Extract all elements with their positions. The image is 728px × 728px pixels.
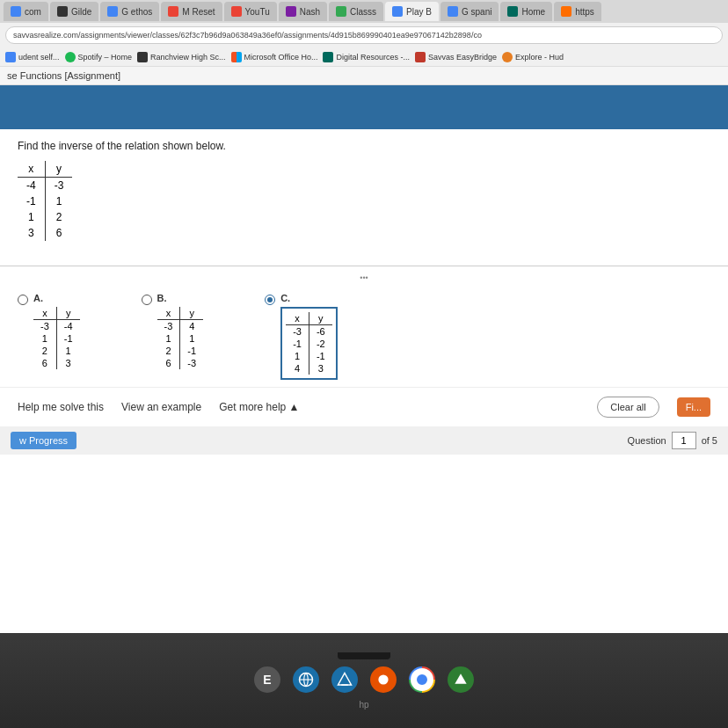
opt-a-row-2: 1 -1 [33,332,80,345]
bookmark-student-self[interactable]: udent self... [5,52,60,62]
original-table-cell-y3: 2 [45,209,72,225]
tab-nash[interactable]: Nash [279,2,327,21]
bookmark-microsoft[interactable]: Microsoft Office Ho... [231,52,318,62]
taskbar-app-earth[interactable] [293,666,319,693]
option-c-selected-box: x y -3 -6 -1 [280,307,338,380]
tab-favicon-https [561,6,571,17]
bookmark-favicon-student [5,52,16,62]
opt-c-x2: -1 [286,338,309,350]
opt-c-row-3: 1 -1 [286,350,332,362]
opt-a-row-3: 2 1 [33,345,80,357]
address-bar[interactable]: savvasrealize.com/assignments/viewer/cla… [5,26,723,44]
main-content: Find the inverse of the relation shown b… [0,85,728,455]
tab-favicon-gilde [57,6,68,17]
bookmark-digital[interactable]: Digital Resources -... [323,52,410,62]
tab-label-youtube: YouTu [245,7,270,17]
opt-c-header-y: y [309,312,331,325]
answer-option-a[interactable]: A. x y -3 -4 [18,293,80,369]
answer-option-b[interactable]: B. x y -3 4 [142,293,204,369]
original-table-cell-y2: 1 [45,193,72,209]
taskbar-app-green[interactable] [448,666,474,693]
radio-btn-b[interactable] [142,295,152,305]
taskbar-app-orange[interactable] [370,666,397,693]
bookmark-favicon-spotify [65,52,76,62]
opt-c-y2: -2 [309,338,331,350]
original-table-row-4: 3 6 [18,225,72,241]
original-table-row-3: 1 2 [18,209,72,225]
opt-b-y3: -1 [180,345,203,357]
bookmark-favicon-savvas [415,52,426,62]
opt-b-x4: 6 [157,357,180,369]
svg-point-3 [378,674,388,684]
opt-a-y1: -4 [56,320,79,333]
tab-label-ethos: G ethos [121,7,152,17]
tab-favicon-reset [168,6,178,17]
tab-favicon-home [507,6,518,17]
tab-https[interactable]: https [554,2,601,21]
taskbar-app-chrome[interactable] [409,666,435,693]
opt-c-row-1: -3 -6 [286,325,332,339]
bookmark-favicon-explore [502,52,513,62]
opt-c-y4: 3 [309,362,331,375]
clear-all-button[interactable]: Clear all [597,397,659,418]
help-me-solve-link[interactable]: Help me solve this [18,401,104,413]
tab-label-nash: Nash [300,7,320,17]
opt-a-header-x: x [33,307,56,320]
opt-a-x1: -3 [33,320,56,333]
original-table-cell-y1: -3 [45,178,72,194]
question-number-input[interactable] [672,432,696,449]
opt-c-row-4: 4 3 [286,362,332,375]
opt-a-row-1: -3 -4 [33,320,80,333]
tab-spani[interactable]: G spani [440,2,499,21]
view-progress-button[interactable]: w Progress [11,432,76,449]
opt-b-x1: -3 [157,320,180,333]
answer-options-container: A. x y -3 -4 [0,286,728,387]
tab-label-playb: Play B [406,7,432,17]
bookmark-explore[interactable]: Explore - Hud [502,52,564,62]
tab-home[interactable]: Home [500,2,552,21]
laptop-body: E hp [0,633,728,728]
tab-classs[interactable]: Classs [329,2,383,21]
opt-a-y3: 1 [56,345,79,357]
bookmark-ranchview[interactable]: Ranchview High Sc... [137,52,226,62]
opt-c-row-2: -1 -2 [286,338,332,350]
get-more-help-link[interactable]: Get more help ▲ [219,401,299,413]
opt-b-y4: -3 [180,357,203,369]
opt-b-header-x: x [157,307,180,320]
bookmarks-bar: udent self... Spotify – Home Ranchview H… [0,47,728,67]
tab-youtube[interactable]: YouTu [224,2,277,21]
find-button[interactable]: Fi... [677,397,710,417]
answer-option-c[interactable]: C. x y -3 [265,293,338,380]
expand-dots[interactable]: ••• [360,273,368,282]
taskbar-app-e[interactable]: E [254,666,280,693]
bookmark-spotify[interactable]: Spotify – Home [65,52,133,62]
bookmark-savvas[interactable]: Savvas EasyBridge [415,52,497,62]
bookmark-label-digital: Digital Resources -... [336,53,410,62]
opt-b-header-y: y [180,307,203,320]
tab-gilde[interactable]: Gilde [50,2,98,21]
opt-a-x3: 2 [33,345,56,357]
hp-logo: hp [359,700,368,710]
tab-label-https: https [575,7,594,17]
bookmark-favicon-digital [323,52,333,62]
original-table-header-y: y [45,161,72,178]
original-table-cell-y4: 6 [45,225,72,241]
radio-btn-c[interactable] [265,295,275,305]
option-label-b: B. [157,293,204,303]
option-label-c: C. [280,293,338,303]
tab-ethos[interactable]: G ethos [100,2,159,21]
radio-btn-a[interactable] [18,295,28,305]
laptop-notch [338,652,390,659]
tab-com[interactable]: com [4,2,48,21]
blue-header-banner [0,85,728,129]
tab-reset[interactable]: M Reset [161,2,222,21]
opt-a-y4: 3 [56,357,79,369]
tab-favicon-com [11,6,21,17]
original-table-row-1: -4 -3 [18,178,72,194]
opt-b-y1: 4 [180,320,203,333]
bookmark-label-student: udent self... [18,53,60,62]
view-example-link[interactable]: View an example [121,401,201,413]
tab-playb[interactable]: Play B [385,2,439,21]
taskbar-app-drive[interactable] [331,666,358,693]
opt-a-x2: 1 [33,332,56,345]
